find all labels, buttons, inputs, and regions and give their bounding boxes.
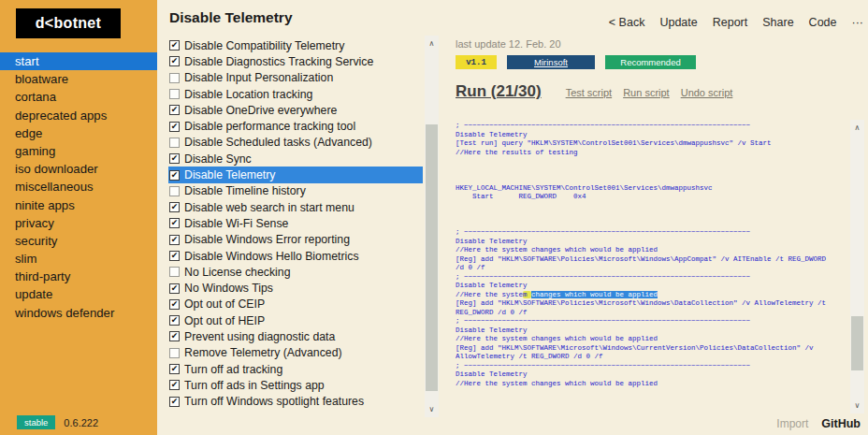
checkbox-row[interactable]: ✔Turn off Windows spotlight features [168, 394, 423, 410]
sidebar-menu: startbloatwarecortanadeprecated appsedge… [0, 52, 157, 322]
app-logo: d<botnet [16, 8, 121, 38]
checkbox[interactable]: ✔ [169, 56, 180, 66]
run-script-main-link[interactable]: Run (21/30) [456, 82, 542, 101]
chevron-down-icon[interactable]: ∨ [425, 403, 439, 415]
checkbox-row[interactable]: No License checking [168, 264, 423, 280]
code-line: REG_DWORD /d 0 /f [456, 309, 848, 318]
checkbox[interactable] [169, 73, 180, 83]
checkbox-row[interactable]: ✔Turn off ads in Settings app [168, 377, 423, 393]
code-line [456, 202, 848, 211]
github-link[interactable]: GitHub [821, 417, 861, 430]
share-button[interactable]: Share [762, 16, 793, 29]
sidebar-item-privacy[interactable]: privacy [0, 214, 157, 232]
checkbox-row[interactable]: Disable Scheduled tasks (Advanced) [168, 135, 423, 151]
script-output-editor[interactable]: ; ~~~~~~~~~~~~~~~~~~~~~~~~~~~~~~~~~~~~~~… [456, 122, 848, 413]
run-row: Run (21/30) Test scriptRun scriptUndo sc… [456, 82, 732, 101]
run-script-link[interactable]: Run script [623, 87, 670, 98]
checkbox[interactable]: ✔ [169, 218, 180, 228]
top-navigation: < BackUpdateReportShareCode··· [609, 16, 863, 29]
checkbox[interactable]: ✔ [169, 122, 180, 132]
checkbox[interactable]: ✔ [169, 40, 180, 51]
code-line [456, 175, 848, 184]
checkbox-row[interactable]: ✔Prevent using diagnostic data [168, 328, 423, 344]
sidebar-item-windows-defender[interactable]: windows defender [0, 304, 157, 322]
checkbox-row[interactable]: ✔Disable performance tracking tool [168, 118, 423, 134]
code-line: //Here the system changes which would be… [456, 291, 848, 300]
text-cursor-highlight: m [523, 291, 531, 298]
sidebar-item-third-party[interactable]: third-party [0, 268, 157, 285]
sidebar-item-ninite-apps[interactable]: ninite apps [0, 196, 157, 214]
chevron-up-icon[interactable]: ∧ [425, 37, 439, 50]
checkbox[interactable]: ✔ [169, 364, 180, 374]
checkbox[interactable] [169, 186, 180, 196]
sidebar-item-cortana[interactable]: cortana [0, 88, 157, 106]
checkbox-row[interactable]: ✔Disable Telemetry [168, 167, 423, 182]
checkbox-row[interactable]: ✔Opt out of CEIP [168, 297, 423, 312]
sidebar-item-bloatware[interactable]: bloatware [0, 70, 157, 88]
sidebar-item-miscellaneous[interactable]: miscellaneous [0, 178, 157, 196]
checkbox-row[interactable]: ✔Disable Diagnostics Tracking Service [168, 53, 423, 69]
checkbox-row[interactable]: ✔Disable Wi-Fi Sense [168, 215, 423, 231]
editor-scrollbar[interactable]: ∧ ∨ [850, 120, 864, 413]
checkbox[interactable]: ✔ [169, 331, 180, 341]
test-script-link[interactable]: Test script [566, 87, 613, 98]
sidebar-item-iso-downloader[interactable]: iso downloader [0, 160, 157, 178]
checkbox-row[interactable]: Disable Input Personalization [168, 70, 423, 86]
footer-links: Import GitHub [776, 417, 861, 430]
checkbox[interactable] [169, 138, 180, 148]
checkbox-row[interactable]: ✔Disable Windows Hello Biometrics [168, 248, 423, 264]
checkbox[interactable]: ✔ [169, 153, 180, 164]
checkbox-row[interactable]: Disable Location tracking [168, 86, 423, 102]
checkbox[interactable]: ✔ [169, 397, 180, 407]
checkbox[interactable]: ✔ [169, 105, 180, 115]
sidebar-item-security[interactable]: security [0, 232, 157, 250]
checkbox-row[interactable]: ✔Disable Sync [168, 151, 423, 167]
checkbox-row[interactable]: ✔Disable Windows Error reporting [168, 232, 423, 248]
checkbox-row[interactable]: Disable Timeline history [168, 183, 423, 199]
report-button[interactable]: Report [713, 16, 748, 29]
sidebar-item-edge[interactable]: edge [0, 124, 157, 142]
checkbox[interactable]: ✔ [169, 315, 180, 326]
checkbox[interactable]: ✔ [169, 170, 180, 181]
sidebar-item-gaming[interactable]: gaming [0, 142, 157, 160]
checkbox[interactable] [169, 267, 180, 277]
checkbox-row[interactable]: ✔Disable Compatibility Telemetry [168, 37, 423, 53]
checkbox-label: Opt out of CEIP [184, 297, 265, 311]
checkbox-label: Disable Compatibility Telemetry [184, 39, 344, 52]
checkbox[interactable]: ✔ [169, 235, 180, 245]
import-link[interactable]: Import [776, 417, 808, 430]
checklist-scrollbar[interactable]: ∧ ∨ [425, 36, 439, 417]
code-line [456, 157, 848, 167]
undo-script-link[interactable]: Undo script [681, 87, 733, 98]
checkbox-row[interactable]: ✔No Windows Tips [168, 280, 423, 296]
chevron-up-icon[interactable]: ∧ [850, 122, 864, 134]
checklist-scrollbar-thumb[interactable] [426, 124, 438, 391]
checkbox[interactable] [169, 89, 180, 99]
sidebar-item-slim[interactable]: slim [0, 250, 157, 268]
checkbox[interactable]: ✔ [169, 283, 180, 294]
back-button[interactable]: < Back [609, 16, 645, 29]
checkbox-row[interactable]: ✔Opt out of HEIP [168, 312, 423, 328]
sidebar-item-deprecated-apps[interactable]: deprecated apps [0, 107, 157, 124]
sidebar-item-start[interactable]: start [0, 52, 157, 70]
checkbox-row[interactable]: Remove Telemetry (Advanced) [168, 345, 423, 361]
author-badge[interactable]: Mirinsoft [507, 55, 595, 69]
checkbox[interactable]: ✔ [169, 251, 180, 261]
code-line: //Here the system changes which would be… [456, 380, 848, 389]
sidebar-item-update[interactable]: update [0, 285, 157, 303]
checkbox-label: Remove Telemetry (Advanced) [184, 346, 342, 359]
checkbox[interactable]: ✔ [169, 380, 180, 390]
checkbox[interactable]: ✔ [169, 202, 180, 212]
code-line: [Reg] add "HKLM\SOFTWARE\Policies\Micros… [456, 299, 848, 309]
checkbox-row[interactable]: ✔Disable OneDrive everywhere [168, 102, 423, 118]
editor-scrollbar-thumb[interactable] [851, 316, 863, 370]
checkbox[interactable]: ✔ [169, 299, 180, 310]
checkbox-row[interactable]: ✔Turn off ad tracking [168, 361, 423, 377]
checkbox-row[interactable]: ✔Disable web search in start menu [168, 199, 423, 215]
checkbox[interactable] [169, 348, 180, 358]
more-button[interactable]: ··· [852, 16, 864, 29]
checkbox-label: Disable performance tracking tool [184, 120, 355, 133]
update-button[interactable]: Update [659, 16, 697, 29]
chevron-down-icon[interactable]: ∨ [850, 399, 864, 412]
code-button[interactable]: Code [809, 16, 837, 29]
